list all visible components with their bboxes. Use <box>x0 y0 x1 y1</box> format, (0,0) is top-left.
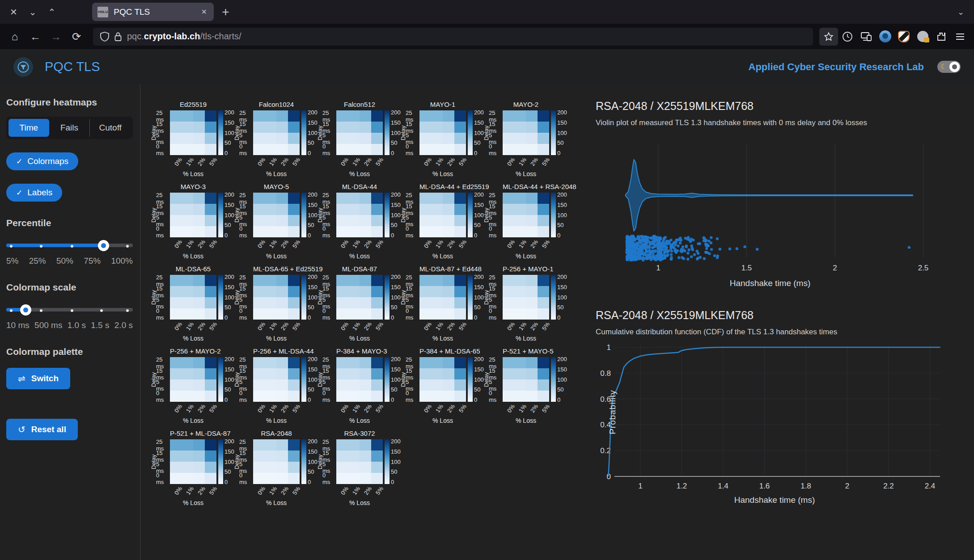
colormap-scale-slider[interactable] <box>6 304 133 315</box>
heatmap-p-384-mayo-3[interactable]: P-384 + MAYO-3Delay25 ms15 ms5 ms0 ms0%1… <box>317 347 400 429</box>
heatmap-p-256-ml-dsa-44[interactable]: P-256 + ML-DSA-44Delay25 ms15 ms5 ms0 ms… <box>233 347 317 429</box>
heatmap-p-521-mayo-5[interactable]: P-521 + MAYO-5Delay25 ms15 ms5 ms0 ms0%1… <box>483 347 566 429</box>
heatmap-cells[interactable] <box>503 110 549 155</box>
heatmap-cells[interactable] <box>336 275 383 320</box>
heatmap-cells[interactable] <box>253 193 300 237</box>
url-bar[interactable]: pqc.crypto-lab.ch/tls-charts/ <box>93 28 813 46</box>
heatmap-ml-dsa-65[interactable]: ML-DSA-65Delay25 ms15 ms5 ms0 ms0%1%2%5%… <box>150 265 233 347</box>
extensions-puzzle-icon[interactable] <box>932 28 951 46</box>
heatmap-cells[interactable] <box>503 357 549 402</box>
switch-palette-button[interactable]: ⇌ Switch <box>6 368 70 389</box>
heatmap-ml-dsa-87-ed448[interactable]: ML-DSA-87 + Ed448Delay25 ms15 ms5 ms0 ms… <box>400 265 483 347</box>
heatmap-cells[interactable] <box>419 110 466 155</box>
heatmap-cells[interactable] <box>170 275 216 320</box>
heatmap-cells[interactable] <box>336 439 383 484</box>
tab-time[interactable]: Time <box>8 119 49 137</box>
heatmap-cell <box>431 193 443 204</box>
toggle-knob <box>949 62 960 72</box>
heatmap-cells[interactable] <box>503 275 549 320</box>
heatmap-falcon1024[interactable]: Falcon1024Delay25 ms15 ms5 ms0 ms0%1%2%5… <box>233 101 317 183</box>
profile-avatar[interactable] <box>876 28 894 46</box>
violin-scatter-point <box>674 244 677 246</box>
heatmap-rsa-2048[interactable]: RSA-2048Delay25 ms15 ms5 ms0 ms0%1%2%5%%… <box>233 429 317 512</box>
heatmap-cells[interactable] <box>253 357 300 402</box>
tab-close-icon[interactable]: × <box>200 7 209 17</box>
heatmap-cells[interactable] <box>170 439 216 484</box>
heatmap-rsa-3072[interactable]: RSA-3072Delay25 ms15 ms5 ms0 ms0%1%2%5%%… <box>317 429 400 512</box>
heatmap-cell <box>443 368 454 379</box>
violin-plot[interactable]: 11.522.5 <box>596 138 944 277</box>
heatmap-cells[interactable] <box>170 357 216 402</box>
heatmap-ml-dsa-44-rsa-2048[interactable]: ML-DSA-44 + RSA-2048Delay25 ms15 ms5 ms0… <box>483 183 566 265</box>
tab-cutoff[interactable]: Cutoff <box>89 119 131 137</box>
heatmap-p-256-mayo-1[interactable]: P-256 + MAYO-1Delay25 ms15 ms5 ms0 ms0%1… <box>483 265 566 347</box>
lock-icon[interactable] <box>114 32 122 42</box>
heatmap-cells[interactable] <box>419 275 466 320</box>
heatmap-cell <box>182 193 193 204</box>
heatmap-p-256-mayo-2[interactable]: P-256 + MAYO-2Delay25 ms15 ms5 ms0 ms0%1… <box>150 347 233 429</box>
heatmap-ml-dsa-44-ed25519[interactable]: ML-DSA-44 + Ed25519Delay25 ms15 ms5 ms0 … <box>400 183 483 265</box>
heatmap-xticks: 0%1%2%5% <box>419 237 466 252</box>
cdf-plot[interactable]: 11.21.41.61.822.22.400.20.40.60.81 <box>596 340 953 490</box>
heatmap-cells[interactable] <box>419 357 466 402</box>
heatmap-cells[interactable] <box>253 275 300 320</box>
heatmap-cells[interactable] <box>170 110 216 155</box>
heatmap-ml-dsa-65-ed25519[interactable]: ML-DSA-65 + Ed25519Delay25 ms15 ms5 ms0 … <box>233 265 317 347</box>
heatmap-mayo-2[interactable]: MAYO-2Delay25 ms15 ms5 ms0 ms0%1%2%5%% L… <box>483 101 566 183</box>
heatmap-cells[interactable] <box>170 193 216 237</box>
heatmap-cell <box>419 308 431 320</box>
heatmap-cells[interactable] <box>503 193 549 237</box>
heatmap-mayo-5[interactable]: MAYO-5Delay25 ms15 ms5 ms0 ms0%1%2%5%% L… <box>233 183 317 265</box>
heatmap-cells[interactable] <box>336 357 383 402</box>
reload-icon[interactable]: ⟳ <box>66 28 87 46</box>
percentile-slider[interactable] <box>6 240 133 251</box>
theme-toggle[interactable]: ☾ <box>937 61 961 73</box>
globe-lock-extension-icon[interactable] <box>913 28 932 46</box>
heatmap-cells[interactable] <box>253 439 300 484</box>
tracking-shield-icon[interactable] <box>100 32 109 42</box>
heatmap-cells[interactable] <box>419 193 466 237</box>
heatmap-mayo-3[interactable]: MAYO-3Delay25 ms15 ms5 ms0 ms0%1%2%5%% L… <box>150 183 233 265</box>
heatmap-cell <box>170 193 182 204</box>
back-icon[interactable]: ← <box>25 28 46 46</box>
violin-scatter-point <box>637 252 640 254</box>
home-icon[interactable]: ⌂ <box>4 28 25 46</box>
bookmark-star-icon[interactable] <box>819 28 838 46</box>
window-restore-up-icon[interactable]: ⌃ <box>48 7 56 17</box>
heatmap-ml-dsa-87[interactable]: ML-DSA-87Delay25 ms15 ms5 ms0 ms0%1%2%5%… <box>317 265 400 347</box>
browser-tab[interactable]: HSLU PQC TLS × <box>92 3 214 21</box>
site-logo[interactable] <box>13 57 33 77</box>
heatmap-cells[interactable] <box>336 193 383 237</box>
privacy-badger-icon[interactable] <box>894 28 913 46</box>
scale-handle[interactable] <box>20 304 31 316</box>
percentile-handle[interactable] <box>98 240 109 251</box>
heatmap-cell <box>371 144 383 155</box>
heatmap-mayo-1[interactable]: MAYO-1Delay25 ms15 ms5 ms0 ms0%1%2%5%% L… <box>400 101 483 183</box>
screen-share-icon[interactable] <box>857 28 876 46</box>
heatmap-cell <box>503 133 514 144</box>
new-tab-button[interactable]: + <box>222 5 229 19</box>
heatmap-cells[interactable] <box>253 110 300 155</box>
window-close-icon[interactable]: ✕ <box>10 7 17 17</box>
url-text[interactable]: pqc.crypto-lab.ch/tls-charts/ <box>127 31 241 42</box>
toggle-colormaps[interactable]: ✓Colormaps <box>6 152 78 170</box>
window-restore-down-icon[interactable]: ⌄ <box>29 7 37 17</box>
heatmap-ml-dsa-44[interactable]: ML-DSA-44Delay25 ms15 ms5 ms0 ms0%1%2%5%… <box>317 183 400 265</box>
heatmap-p-384-ml-dsa-65[interactable]: P-384 + ML-DSA-65Delay25 ms15 ms5 ms0 ms… <box>400 347 483 429</box>
toggle-labels[interactable]: ✓Labels <box>6 184 62 202</box>
heatmap-p-521-ml-dsa-87[interactable]: P-521 + ML-DSA-87Delay25 ms15 ms5 ms0 ms… <box>150 429 233 512</box>
tab-list-chevron-icon[interactable]: ⌄ <box>957 7 964 17</box>
heatmap-cells[interactable] <box>336 110 383 155</box>
lab-link[interactable]: Applied Cyber Security Research Lab <box>749 61 924 73</box>
history-clock-icon[interactable] <box>838 28 857 46</box>
forward-icon[interactable]: → <box>46 28 66 46</box>
site-title[interactable]: PQC TLS <box>45 59 100 74</box>
heatmap-ed25519[interactable]: Ed25519Delay25 ms15 ms5 ms0 ms0%1%2%5%% … <box>150 101 233 183</box>
heatmap-cell <box>360 368 371 379</box>
menu-hamburger-icon[interactable] <box>951 28 970 46</box>
cdf-xtick-label: 2.4 <box>925 482 936 490</box>
heatmap-falcon512[interactable]: Falcon512Delay25 ms15 ms5 ms0 ms0%1%2%5%… <box>317 101 400 183</box>
tab-fails[interactable]: Fails <box>49 119 90 137</box>
violin-scatter-point <box>691 248 694 251</box>
reset-all-button[interactable]: ↺ Reset all <box>6 419 78 440</box>
